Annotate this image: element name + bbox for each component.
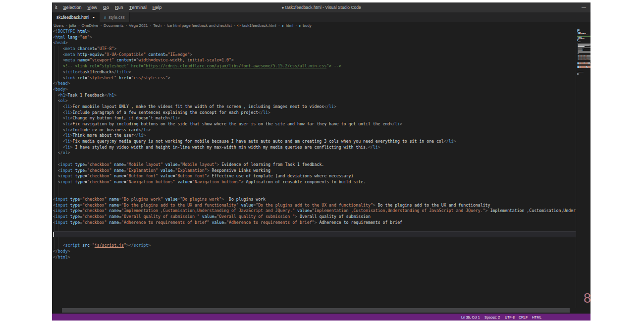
minimap-line bbox=[577, 54, 590, 55]
code-line-3[interactable]: <head> bbox=[53, 40, 576, 46]
code-line-18[interactable]: <li>Include cv or business card</li> bbox=[53, 127, 576, 133]
minimap-line bbox=[577, 66, 590, 67]
code-line-22[interactable]: </ol> bbox=[53, 150, 576, 156]
editor-area: <!DOCTYPE html><html lang="en"><head> <m… bbox=[52, 28, 590, 308]
code-line-28[interactable] bbox=[53, 185, 576, 191]
minimap-line bbox=[577, 48, 590, 49]
minimap-line bbox=[577, 72, 590, 73]
code-line-4[interactable]: <meta charset="UTF-8"> bbox=[53, 46, 576, 52]
code-line-36[interactable] bbox=[53, 231, 576, 237]
minimize-button[interactable]: — bbox=[582, 2, 586, 12]
code-editor[interactable]: <!DOCTYPE html><html lang="en"><head> <m… bbox=[52, 28, 576, 308]
code-line-5[interactable]: <meta http-equiv="X-UA-Compatible" conte… bbox=[53, 52, 576, 58]
status-cursor-position[interactable]: Ln 36, Col 1 bbox=[461, 314, 480, 321]
code-line-23[interactable] bbox=[53, 156, 576, 162]
tab-label: sk1feedback.html bbox=[56, 15, 89, 20]
menu-item-view[interactable]: View bbox=[85, 2, 101, 12]
breadcrumb-item[interactable]: Tech bbox=[153, 23, 161, 28]
breadcrumb-item[interactable]: Documents bbox=[104, 23, 123, 28]
status-language-mode[interactable]: HTML bbox=[532, 314, 541, 321]
tab-label: style.css bbox=[108, 15, 125, 20]
minimap-line bbox=[577, 63, 590, 64]
minimap-line bbox=[577, 74, 590, 75]
breadcrumb-separator: › bbox=[278, 23, 280, 28]
code-line-20[interactable]: <li>Fix media query:my media query is no… bbox=[53, 139, 576, 145]
menu-item-run[interactable]: Run bbox=[112, 2, 126, 12]
code-line-13[interactable]: <ol> bbox=[53, 98, 576, 104]
minimap-line bbox=[577, 70, 590, 71]
code-line-32[interactable]: <input type="checkbox" name="Implementat… bbox=[53, 208, 576, 214]
scrollbar-thumb[interactable] bbox=[62, 308, 570, 313]
minimap-line bbox=[577, 56, 590, 57]
menu-item-selection[interactable]: Selection bbox=[60, 2, 85, 12]
minimap-line bbox=[577, 69, 590, 70]
code-line-31[interactable]: <input type="checkbox" name="Do the plug… bbox=[53, 203, 576, 209]
code-line-2[interactable]: <html lang="en"> bbox=[53, 35, 576, 41]
status-encoding[interactable]: UTF-8 bbox=[505, 314, 515, 321]
css-file-icon: # bbox=[104, 15, 106, 20]
code-line-12[interactable]: <h1>Task 1 Feedback</h1> bbox=[53, 93, 576, 99]
code-line-35[interactable] bbox=[53, 225, 576, 231]
code-line-17[interactable]: <li>Fix navigation by including buttons … bbox=[53, 121, 576, 127]
code-line-34[interactable]: <input type="checkbox" name="Adherence t… bbox=[53, 220, 576, 226]
tab-sk1feedback.html[interactable]: sk1feedback.html● bbox=[52, 12, 100, 22]
code-line-16[interactable]: <li>Change my button font, it doesn't ma… bbox=[53, 115, 576, 121]
code-line-24[interactable]: <input type="checkbox" name="Mobile layo… bbox=[53, 162, 576, 168]
minimap-line bbox=[577, 29, 590, 30]
code-line-30[interactable]: <input type="checkbox" name="Do plugins … bbox=[53, 197, 576, 203]
breadcrumb-item[interactable]: julia bbox=[69, 23, 76, 28]
minimap-line bbox=[577, 44, 590, 45]
titlebar: itSelectionViewGoRunTerminalHelp ● task1… bbox=[52, 2, 590, 12]
code-line-15[interactable]: <li>Include paragraph of a few sentences… bbox=[53, 110, 576, 116]
code-line-7[interactable]: <!-- <link rel="stylesheet" href="https:… bbox=[53, 63, 576, 69]
vscode-window: itSelectionViewGoRunTerminalHelp ● task1… bbox=[52, 2, 590, 321]
code-line-11[interactable]: <body> bbox=[53, 87, 576, 93]
code-line-21[interactable]: <li> I have styled my video width and he… bbox=[53, 145, 576, 151]
code-line-27[interactable]: <input type="checkbox" name="Navigation … bbox=[53, 179, 576, 185]
code-line-25[interactable]: <input type="checkbox" name="Explanation… bbox=[53, 168, 576, 174]
status-eol[interactable]: CRLF bbox=[519, 314, 528, 321]
minimap-line bbox=[577, 68, 590, 69]
breadcrumb-item[interactable]: Ice html page feedback and checklist bbox=[167, 23, 232, 28]
minimap[interactable] bbox=[576, 28, 590, 308]
breadcrumb-item[interactable]: task1feedback.html bbox=[242, 23, 276, 28]
minimap-line bbox=[577, 36, 590, 37]
minimap-line bbox=[577, 45, 590, 46]
breadcrumb-item[interactable]: html bbox=[286, 23, 293, 28]
code-line-14[interactable]: <li>For moobile layout ONLY , make the v… bbox=[53, 104, 576, 110]
code-line-6[interactable]: <meta name="viewport" content="width=dev… bbox=[53, 57, 576, 63]
menubar: itSelectionViewGoRunTerminalHelp bbox=[52, 2, 164, 12]
code-line-38[interactable]: <script src="js/script.js"></script> bbox=[53, 243, 576, 249]
code-line-29[interactable] bbox=[53, 191, 576, 197]
minimap-line bbox=[577, 43, 590, 44]
menu-item-it[interactable]: it bbox=[52, 2, 60, 12]
code-line-40[interactable]: </html> bbox=[53, 255, 576, 261]
breadcrumb-item[interactable]: body bbox=[303, 23, 311, 28]
code-line-8[interactable]: <title>task1feedback</title> bbox=[53, 69, 576, 75]
statusbar: Ln 36, Col 1Spaces: 2UTF-8CRLFHTML bbox=[52, 314, 590, 321]
tab-style.css[interactable]: #style.css bbox=[100, 12, 130, 22]
code-line-37[interactable] bbox=[53, 237, 576, 243]
code-line-26[interactable]: <input type="checkbox" name="Button font… bbox=[53, 173, 576, 179]
minimap-line bbox=[577, 62, 590, 63]
code-line-1[interactable]: <!DOCTYPE html> bbox=[53, 29, 576, 35]
code-line-19[interactable]: <li>Think more about the user</li> bbox=[53, 133, 576, 139]
breadcrumb-separator: › bbox=[66, 23, 67, 28]
minimap-line bbox=[577, 42, 590, 43]
code-line-33[interactable]: <input type="checkbox" name="Overall qua… bbox=[53, 214, 576, 220]
watermark-digit: 8 bbox=[584, 291, 591, 306]
minimap-line bbox=[577, 33, 590, 34]
breadcrumb-item[interactable]: Users bbox=[54, 23, 64, 28]
code-line-10[interactable]: </head> bbox=[53, 81, 576, 87]
menu-item-help[interactable]: Help bbox=[150, 2, 165, 12]
menu-item-terminal[interactable]: Terminal bbox=[126, 2, 150, 12]
code-line-39[interactable]: </body> bbox=[53, 249, 576, 255]
modified-dot-icon: ● bbox=[93, 16, 95, 19]
breadcrumb-item[interactable]: OneDrive bbox=[81, 23, 98, 28]
code-line-9[interactable]: <link rel="stylesheet" href="css/style.c… bbox=[53, 75, 576, 81]
status-indentation[interactable]: Spaces: 2 bbox=[484, 314, 500, 321]
breadcrumb-item[interactable]: Vega 2021 bbox=[129, 23, 148, 28]
minimap-line bbox=[577, 49, 590, 50]
menu-item-go[interactable]: Go bbox=[100, 2, 112, 12]
breadcrumb-separator: › bbox=[78, 23, 80, 28]
